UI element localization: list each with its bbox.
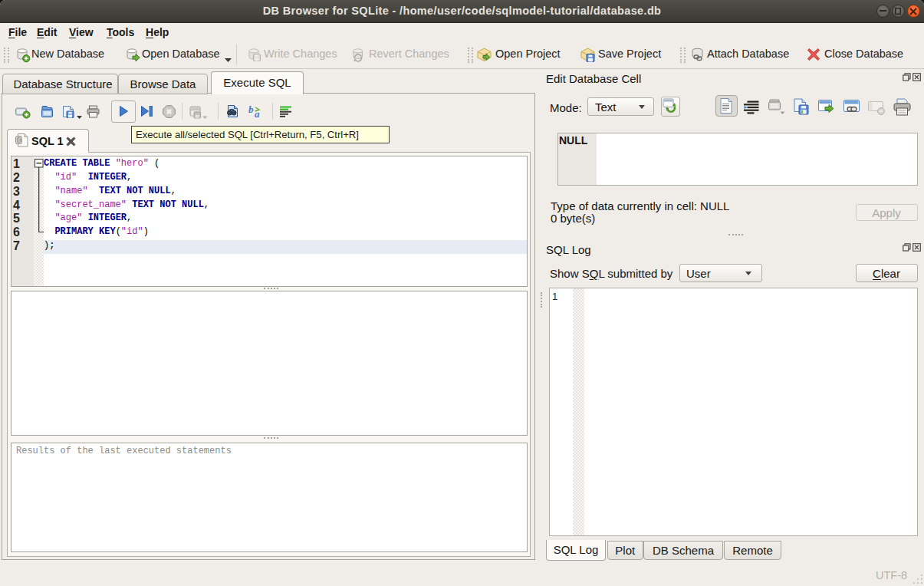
svg-text:b: b <box>248 104 254 115</box>
